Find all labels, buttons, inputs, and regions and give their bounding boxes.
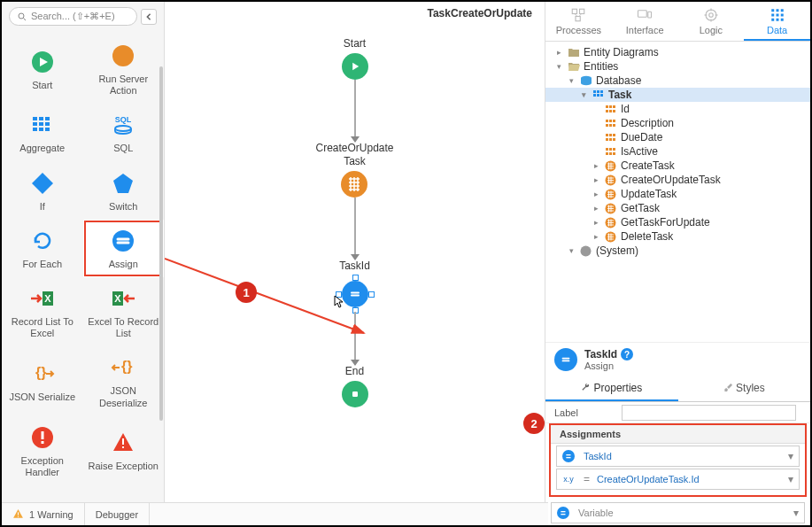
dropdown-icon[interactable]: ▾ (783, 473, 799, 485)
svg-rect-6 (45, 117, 50, 120)
warnings-tab[interactable]: 1 Warning (2, 503, 85, 525)
tree-action-createtask[interactable]: ▸CreateTask (545, 159, 810, 173)
tab-processes[interactable]: Processes (545, 2, 612, 41)
tree-system[interactable]: ▾(System) (545, 244, 810, 258)
tab-logic[interactable]: Logic (678, 2, 745, 41)
svg-rect-70 (606, 105, 608, 108)
svg-point-48 (706, 10, 716, 20)
raise-exc-icon (109, 429, 137, 457)
toolbox-item-json-ser[interactable]: {}JSON Serialize (2, 346, 83, 415)
svg-rect-75 (613, 110, 615, 112)
toolbox-item-aggregate[interactable]: Aggregate (2, 104, 83, 161)
flow-connector[interactable] (354, 80, 356, 142)
assign-icon (554, 348, 577, 371)
svg-rect-85 (606, 138, 608, 141)
aggregate-icon (28, 111, 57, 139)
flow-node-create-or-update[interactable]: CreateOrUpdate Task (315, 142, 393, 198)
flow-node-assign-taskid[interactable]: TaskId (337, 260, 373, 311)
tab-properties[interactable]: Properties (545, 376, 678, 401)
tree-attr-id[interactable]: Id (545, 102, 810, 116)
data-tree[interactable]: ▸Entity Diagrams▾Entities▾Database▾TaskI… (545, 42, 810, 342)
toolbox-scrollbar-thumb[interactable] (159, 66, 163, 421)
toolbox-item-switch[interactable]: Switch (83, 162, 165, 220)
tab-styles[interactable]: Styles (678, 376, 811, 401)
dropdown-icon[interactable]: ▾ (788, 507, 804, 519)
data-icon (769, 7, 786, 23)
selection-header: TaskId? Assign (545, 342, 810, 377)
flow-node-end[interactable]: End (342, 365, 368, 407)
prop-row-label: Label (545, 402, 810, 423)
tree-entity-diagrams[interactable]: ▸Entity Diagrams (545, 45, 810, 59)
entity-action-icon (604, 202, 617, 214)
tree-attr-isactive[interactable]: IsActive (545, 144, 810, 159)
svg-rect-58 (776, 14, 778, 17)
svg-text:SQL: SQL (115, 115, 132, 124)
interface-icon (636, 7, 653, 23)
svg-rect-11 (39, 128, 43, 131)
svg-rect-89 (609, 148, 612, 151)
label-input[interactable] (622, 405, 796, 421)
svg-rect-27 (41, 441, 43, 444)
tree-action-gettask[interactable]: ▸GetTask (545, 201, 810, 215)
attribute-icon (604, 117, 617, 129)
svg-rect-68 (597, 94, 599, 97)
svg-rect-80 (609, 124, 612, 127)
tree-attr-duedate[interactable]: DueDate (545, 130, 810, 144)
svg-rect-56 (780, 9, 783, 12)
help-icon[interactable]: ? (621, 348, 633, 360)
attribute-icon (604, 145, 617, 158)
tab-data[interactable]: Data (744, 2, 810, 41)
dropdown-icon[interactable]: ▾ (783, 450, 799, 462)
json-deser-icon: {} (109, 353, 137, 382)
tree-database[interactable]: ▾Database (545, 74, 810, 88)
svg-rect-61 (776, 19, 778, 21)
flow-node-start[interactable]: Start (342, 37, 368, 80)
assignment-add-variable-row[interactable]: = Variable ▾ (551, 502, 805, 523)
svg-rect-82 (606, 134, 608, 136)
tree-action-updatetask[interactable]: ▸UpdateTask (545, 187, 810, 201)
svg-rect-41 (573, 9, 577, 13)
chevron-left-icon (145, 13, 152, 20)
toolbox-search[interactable]: Search... (⇧+⌘+E) (9, 7, 137, 26)
debugger-tab[interactable]: Debugger (85, 503, 150, 525)
svg-point-49 (709, 13, 714, 18)
toolbox-item-exc-handler[interactable]: Exception Handler (2, 416, 83, 485)
tree-entities[interactable]: ▾Entities (545, 59, 810, 74)
toolbox-item-run-server[interactable]: Run Server Action (83, 35, 165, 104)
tree-action-deletetask[interactable]: ▸DeleteTask (545, 229, 810, 244)
svg-rect-66 (600, 90, 603, 93)
svg-rect-46 (638, 11, 647, 18)
assign-equals-icon: = (562, 450, 575, 462)
svg-rect-84 (613, 134, 615, 136)
assignment-variable-row[interactable]: = TaskId ▾ (556, 446, 800, 467)
svg-rect-83 (609, 134, 612, 136)
toolbox-item-start[interactable]: Start (2, 35, 83, 104)
tree-twist-icon: ▸ (554, 48, 563, 57)
assignment-value-row[interactable]: x.y = CreateOrUpdateTask.Id ▾ (556, 469, 800, 490)
tree-entity-task[interactable]: ▾Task (545, 88, 810, 102)
toolbox-item-rl-to-excel[interactable]: XRecord List To Excel (2, 277, 83, 346)
toolbox-item-if[interactable]: If (2, 162, 83, 220)
foreach-icon (28, 227, 57, 255)
entity-action-icon (604, 159, 617, 172)
flow-connector[interactable] (354, 312, 356, 365)
tree-action-createorupdatetask[interactable]: ▸CreateOrUpdateTask (545, 173, 810, 187)
svg-text:X: X (115, 293, 122, 304)
right-panel: Processes Interface Logic Data ▸Entity D… (545, 2, 810, 525)
tree-action-gettaskforupdate[interactable]: ▸GetTaskForUpdate (545, 215, 810, 229)
svg-rect-39 (352, 391, 358, 397)
toolbox-item-raise-exc[interactable]: Raise Exception (83, 416, 165, 485)
tab-interface[interactable]: Interface (612, 2, 678, 41)
svg-rect-69 (600, 94, 603, 97)
toolbox-collapse-button[interactable] (141, 9, 157, 25)
svg-rect-78 (613, 120, 615, 122)
toolbox-item-foreach[interactable]: For Each (2, 220, 83, 277)
toolbox-item-json-deser[interactable]: {}JSON Deserialize (83, 346, 165, 415)
toolbox-item-assign[interactable]: Assign (83, 220, 165, 277)
tree-attr-description[interactable]: Description (545, 116, 810, 130)
svg-rect-28 (122, 438, 124, 445)
flow-canvas[interactable]: TaskCreateOrUpdate Start CreateOrUpdate … (165, 2, 545, 525)
toolbox-item-excel-to-rl[interactable]: XExcel To Record List (83, 277, 165, 346)
flow-connector[interactable] (354, 198, 356, 260)
toolbox-item-sql[interactable]: SQLSQL (83, 104, 165, 161)
